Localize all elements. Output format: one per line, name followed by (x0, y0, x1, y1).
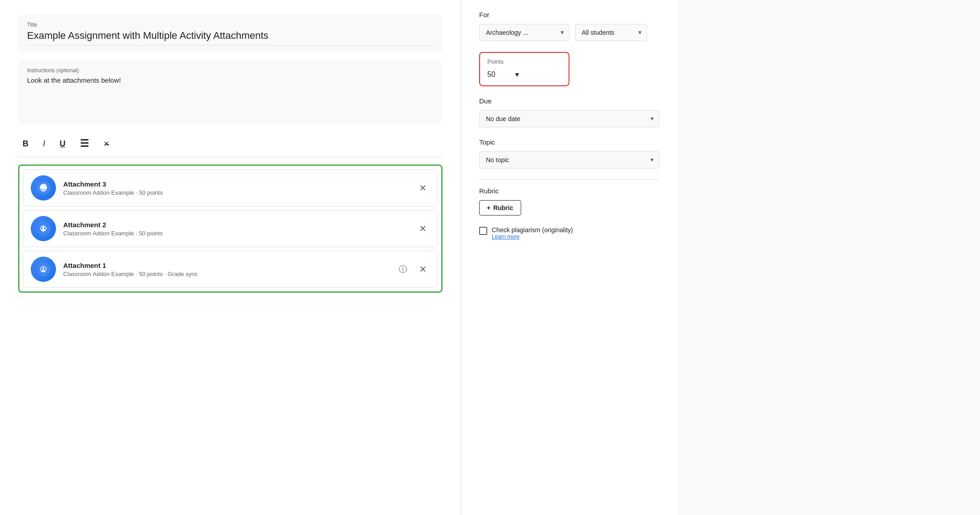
points-chevron: ▼ (514, 71, 520, 78)
svg-rect-6 (43, 231, 44, 232)
svg-point-4 (42, 226, 45, 229)
clear-format-button[interactable]: ✕̶ (101, 138, 112, 150)
attachment-1-subtitle: Classroom Addon Example · 50 points · Gr… (63, 271, 388, 277)
class-dropdown-wrapper: Archaeology ... ▼ (479, 24, 569, 41)
for-label: For (479, 11, 659, 19)
topic-section: Topic No topic ▼ (479, 138, 659, 169)
topic-dropdown[interactable]: No topic (479, 151, 659, 169)
attachment-3-info: Attachment 3 Classroom Addon Example · 5… (63, 180, 408, 196)
students-dropdown[interactable]: All students (575, 24, 647, 41)
attachment-icon-3 (31, 175, 56, 201)
underline-button[interactable]: U (57, 137, 68, 150)
title-label: Title (27, 22, 434, 28)
attachment-2-actions: ✕ (415, 221, 430, 236)
due-dropdown-wrapper: No due date ▼ (479, 110, 659, 127)
points-dropdown[interactable]: 50 100 0 (487, 69, 514, 80)
title-input[interactable] (27, 30, 434, 46)
points-label: Points (487, 58, 561, 65)
attachment-2-remove-button[interactable]: ✕ (415, 221, 430, 236)
due-dropdown[interactable]: No due date (479, 110, 659, 127)
for-section: For Archaeology ... ▼ All students ▼ (479, 11, 659, 41)
topic-label: Topic (479, 138, 659, 146)
class-dropdown[interactable]: Archaeology ... (479, 24, 569, 41)
divider (479, 179, 659, 180)
italic-button[interactable]: I (40, 137, 48, 150)
right-panel: For Archaeology ... ▼ All students ▼ Poi… (461, 0, 677, 515)
attachment-2-info: Attachment 2 Classroom Addon Example · 5… (63, 221, 408, 237)
rubric-label: Rubric (479, 187, 659, 195)
points-box: Points 50 100 0 ▼ (479, 52, 569, 86)
attachment-1-actions: ⓘ ✕ (396, 262, 430, 276)
attachment-card-2: Attachment 2 Classroom Addon Example · 5… (23, 210, 438, 247)
plagiarism-checkbox[interactable] (479, 227, 487, 235)
svg-rect-8 (46, 228, 47, 229)
students-dropdown-wrapper: All students ▼ (575, 24, 647, 41)
plagiarism-label: Check plagiarism (originality) (492, 226, 573, 234)
topic-dropdown-wrapper: No topic ▼ (479, 151, 659, 169)
due-label: Due (479, 97, 659, 105)
add-rubric-button[interactable]: + Rubric (479, 200, 521, 215)
attachment-icon-2 (31, 216, 56, 241)
attachment-1-title: Attachment 1 (63, 262, 388, 269)
attachment-2-title: Attachment 2 (63, 221, 408, 229)
attachments-container: Attachment 3 Classroom Addon Example · 5… (18, 164, 443, 293)
plagiarism-text: Check plagiarism (originality) Learn mor… (492, 226, 573, 240)
points-section: Points 50 100 0 ▼ (479, 52, 659, 86)
points-dropdown-wrapper: 50 100 0 ▼ (487, 69, 561, 80)
attachment-3-title: Attachment 3 (63, 180, 408, 188)
attachment-1-remove-button[interactable]: ✕ (415, 262, 430, 276)
rubric-plus-icon: + (487, 204, 490, 211)
attachment-3-actions: ✕ (415, 181, 430, 195)
svg-rect-5 (43, 225, 44, 226)
due-section: Due No due date ▼ (479, 97, 659, 127)
attachment-1-info: Attachment 1 Classroom Addon Example · 5… (63, 262, 388, 277)
svg-rect-7 (40, 228, 41, 229)
rubric-button-label: Rubric (493, 204, 513, 211)
attachment-icon-1 (31, 257, 56, 282)
instructions-label: Instructions (optional) (27, 67, 434, 74)
formatting-toolbar: B I U ☰ ✕̶ (18, 131, 443, 157)
list-button[interactable]: ☰ (77, 136, 92, 151)
attachment-1-info-button[interactable]: ⓘ (396, 262, 410, 276)
plagiarism-row: Check plagiarism (originality) Learn mor… (479, 226, 659, 240)
attachment-2-subtitle: Classroom Addon Example · 50 points (63, 230, 408, 237)
instructions-text[interactable]: Look at the attachments below! (27, 76, 434, 84)
attachment-3-remove-button[interactable]: ✕ (415, 181, 430, 195)
instructions-section: Instructions (optional) Look at the atta… (18, 60, 443, 123)
title-section: Title (18, 14, 443, 53)
attachment-card-3: Attachment 3 Classroom Addon Example · 5… (23, 169, 438, 206)
learn-more-link[interactable]: Learn more (492, 234, 573, 240)
svg-point-12 (42, 267, 44, 269)
bold-button[interactable]: B (20, 137, 31, 150)
attachment-card-1: Attachment 1 Classroom Addon Example · 5… (23, 251, 438, 288)
for-dropdowns: Archaeology ... ▼ All students ▼ (479, 24, 659, 41)
attachment-3-subtitle: Classroom Addon Example · 50 points (63, 189, 408, 196)
rubric-section: Rubric + Rubric (479, 187, 659, 215)
